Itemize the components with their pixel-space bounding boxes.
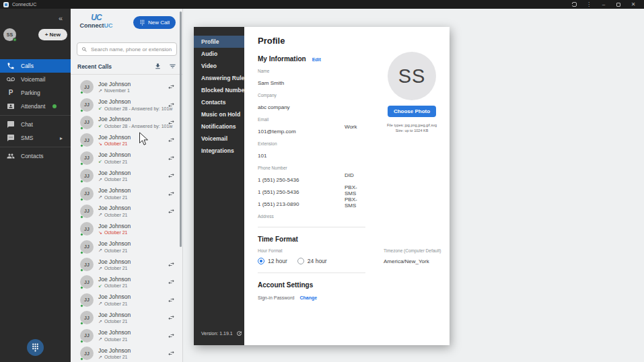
presence-dot <box>13 38 17 42</box>
call-row[interactable]: JJ Joe Johnson ↗ October 21 <box>71 167 182 184</box>
contact-avatar: JJ <box>80 98 94 112</box>
call-transfer-button[interactable] <box>168 332 175 339</box>
call-transfer-button[interactable] <box>168 261 175 268</box>
address-label: Address <box>258 214 436 219</box>
call-date: October 28 - Answered by: 101w <box>104 124 173 129</box>
call-transfer-button[interactable] <box>168 190 175 197</box>
call-row[interactable]: JJ Joe Johnson ↗ October 21 <box>71 238 182 256</box>
call-transfer-icon <box>168 172 175 180</box>
sidebar-item-sms[interactable]: SMS ▸ <box>0 131 71 145</box>
radio-icon <box>297 258 304 264</box>
maximize-button[interactable] <box>611 0 626 9</box>
change-password-link[interactable]: Change <box>299 295 317 300</box>
call-transfer-button[interactable] <box>168 314 175 322</box>
call-transfer-button[interactable] <box>168 101 175 108</box>
download-icon[interactable] <box>154 63 162 70</box>
call-transfer-button[interactable] <box>168 207 175 215</box>
contact-name: Joe Johnson <box>98 170 131 176</box>
call-row[interactable]: JJ Joe Johnson ↗ October 21 <box>71 309 182 326</box>
avatar-initials: JJ <box>84 244 90 249</box>
call-row[interactable]: JJ Joe Johnson ↙ October 21 <box>71 149 182 167</box>
call-row[interactable]: JJ Joe Johnson ↘ October 21 <box>71 131 182 149</box>
sidebar-item-attendant[interactable]: Attendant ▸ <box>0 100 71 113</box>
collapse-sidebar-icon[interactable]: « <box>59 15 63 22</box>
settings-nav-video[interactable]: Video <box>194 60 244 72</box>
sidebar-item-voicemail[interactable]: Voicemail ▸ <box>0 73 71 86</box>
sidebar-item-parking[interactable]: P Parking ▸ <box>0 86 71 100</box>
call-row[interactable]: JJ Joe Johnson ↗ October 21 <box>71 291 182 309</box>
contact-avatar: JJ <box>80 258 94 271</box>
new-call-label: New Call <box>148 20 170 26</box>
recent-calls-list: JJ Joe Johnson ↗ November 1 JJ Joe Johns… <box>71 75 182 362</box>
search-input[interactable] <box>91 46 172 52</box>
divider <box>0 115 71 116</box>
size-note: Size: up to 1024 KB <box>378 128 445 133</box>
close-button[interactable]: ✕ <box>626 0 641 9</box>
call-transfer-button[interactable] <box>168 350 175 357</box>
new-button[interactable]: + New <box>38 29 67 40</box>
call-transfer-button[interactable] <box>168 118 175 126</box>
settings-nav-audio[interactable]: Audio <box>194 48 244 60</box>
avatar[interactable]: SS <box>3 28 16 41</box>
contact-name: Joe Johnson <box>98 276 131 283</box>
call-detail: ↘ October 21 <box>98 230 131 236</box>
call-transfer-button[interactable] <box>168 137 175 144</box>
call-transfer-button[interactable] <box>168 154 175 161</box>
contact-name: Joe Johnson <box>98 347 131 354</box>
edit-link[interactable]: Edit <box>312 57 321 62</box>
call-row[interactable]: JJ Joe Johnson ↙ October 28 - Answered b… <box>71 96 182 113</box>
update-icon[interactable] <box>236 330 242 336</box>
call-transfer-icon <box>168 137 175 144</box>
dialpad-fab[interactable] <box>27 339 44 356</box>
presence-dot <box>80 340 83 343</box>
call-row[interactable]: JJ Joe Johnson ↗ October 21 <box>71 184 182 202</box>
scrollbar[interactable] <box>180 11 182 247</box>
settings-nav-profile[interactable]: Profile <box>194 36 244 48</box>
call-date: October 28 - Answered by: 101w <box>104 106 173 111</box>
call-direction-icon: ↗ <box>98 177 102 182</box>
call-transfer-button[interactable] <box>168 172 175 180</box>
call-row[interactable]: JJ Joe Johnson ↗ November 1 <box>71 78 182 96</box>
settings-nav-integrations[interactable]: Integrations <box>194 145 244 157</box>
call-transfer-button[interactable] <box>168 83 175 91</box>
chat-icon <box>7 120 15 129</box>
settings-nav-contacts[interactable]: Contacts <box>194 96 244 108</box>
filter-icon[interactable] <box>169 63 176 70</box>
phone-number: 1 (551) 250-5436 <box>258 189 299 195</box>
radio-12-hour[interactable]: 12 hour <box>258 258 287 264</box>
sidebar-item-contacts[interactable]: Contacts ▸ <box>0 149 71 163</box>
contact-avatar: JJ <box>80 187 94 201</box>
call-transfer-button[interactable] <box>168 296 175 303</box>
call-row[interactable]: JJ Joe Johnson ↗ October 21 <box>71 326 182 344</box>
contact-name: Joe Johnson <box>98 151 131 158</box>
call-transfer-icon <box>168 261 175 268</box>
info-field: Extension 101 <box>258 141 436 160</box>
call-date: November 1 <box>104 88 130 93</box>
call-row[interactable]: JJ Joe Johnson ↘ October 21 <box>71 220 182 238</box>
settings-nav-voicemail[interactable]: Voicemail <box>194 133 244 145</box>
settings-nav-notifications[interactable]: Notifications <box>194 120 244 133</box>
settings-nav-blocked-numbers[interactable]: Blocked Numbers <box>194 84 244 96</box>
new-call-button[interactable]: New Call <box>133 16 176 29</box>
call-row[interactable]: JJ Joe Johnson ↙ October 21 <box>71 273 182 291</box>
call-row[interactable]: JJ Joe Johnson ↗ October 21 <box>71 203 182 220</box>
brand-logo: UC ConnectUC <box>79 13 114 29</box>
sidebar-item-calls[interactable]: Calls ▸ <box>0 59 71 73</box>
call-row[interactable]: JJ Joe Johnson ↙ October 28 - Answered b… <box>71 114 182 131</box>
radio-24-hour[interactable]: 24 hour <box>297 258 327 264</box>
call-row[interactable]: JJ Joe Johnson ↗ October 21 <box>71 345 182 362</box>
call-row[interactable]: JJ Joe Johnson ↗ October 21 <box>71 256 182 273</box>
presence-dot <box>80 304 83 307</box>
settings-nav-music-on-hold[interactable]: Music on Hold <box>194 108 244 120</box>
contact-name: Joe Johnson <box>98 134 131 141</box>
menu-kebab-icon[interactable]: ⋮ <box>581 0 596 9</box>
presence-dot <box>80 286 83 289</box>
choose-photo-button[interactable]: Choose Photo <box>388 106 436 117</box>
popout-icon[interactable] <box>567 0 581 9</box>
sidebar-item-chat[interactable]: Chat ▸ <box>0 118 71 131</box>
sidebar-item-label: Chat <box>21 121 33 128</box>
settings-nav-answering-rules[interactable]: Answering Rules <box>194 72 244 84</box>
minimize-button[interactable]: – <box>596 0 611 9</box>
call-transfer-button[interactable] <box>168 279 175 286</box>
call-transfer-icon <box>168 83 175 91</box>
